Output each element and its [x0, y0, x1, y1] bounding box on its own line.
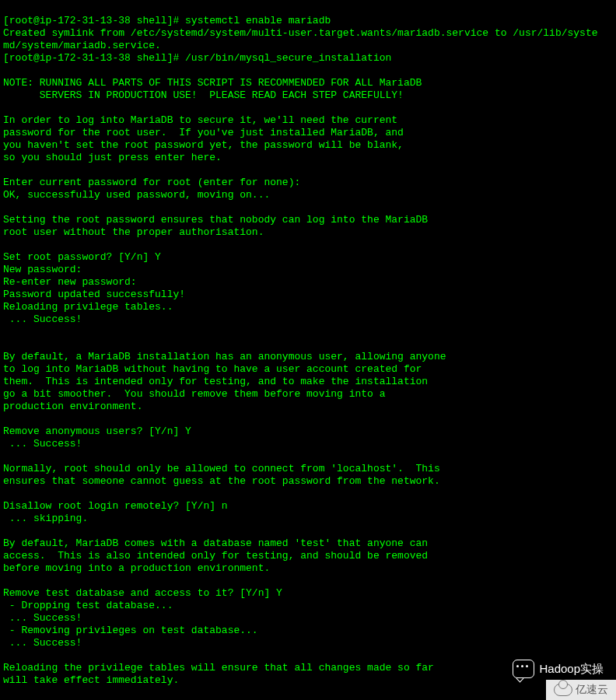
cloud-icon — [554, 684, 572, 696]
chat-bubble-icon — [513, 660, 534, 678]
watermark-text: Hadoop实操 — [539, 662, 604, 677]
watermark2-text: 亿速云 — [576, 683, 608, 697]
watermark-hadoop: Hadoop实操 — [513, 660, 604, 678]
watermark-yisu: 亿速云 — [546, 680, 616, 700]
terminal-output[interactable]: [root@ip-172-31-13-38 shell]# systemctl … — [0, 10, 610, 700]
